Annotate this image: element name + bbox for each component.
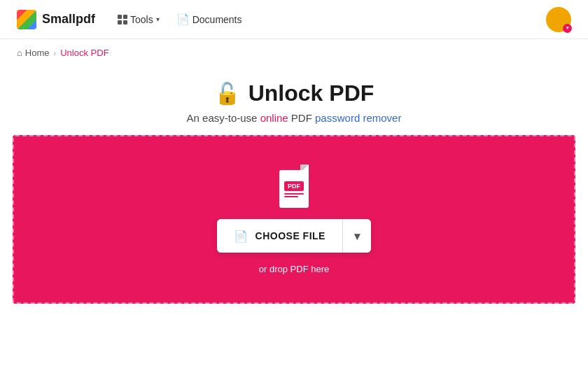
logo-icon (17, 10, 36, 29)
subtitle-prefix: An easy-to-use (187, 112, 260, 124)
logo[interactable]: Smallpdf (17, 10, 95, 29)
pdf-file-icon: PDF (276, 164, 312, 208)
choose-file-btn-group: 📄 CHOOSE FILE ▾ (217, 219, 371, 253)
page-title: Unlock PDF (248, 80, 374, 106)
subtitle-online: online (260, 112, 288, 124)
chevron-down-icon: ▾ (156, 15, 160, 23)
breadcrumb-separator: › (54, 49, 57, 57)
page-title-area: 🔓 Unlock PDF An easy-to-use online PDF p… (0, 66, 588, 135)
avatar-dropdown-icon: ▾ (563, 24, 572, 33)
subtitle-password: password (315, 112, 360, 124)
nav-tools[interactable]: Tools ▾ (118, 14, 160, 25)
unlock-icon: 🔓 (214, 81, 240, 106)
dropzone[interactable]: PDF 📄 CHOOSE FILE ▾ or drop PDF here (13, 135, 575, 304)
avatar[interactable]: ▾ (546, 7, 571, 32)
drop-hint: or drop PDF here (259, 264, 329, 274)
breadcrumb-home-label: Home (25, 48, 50, 58)
pdf-line-2 (284, 196, 298, 197)
choose-file-label: CHOOSE FILE (255, 230, 326, 241)
dropzone-wrapper: PDF 📄 CHOOSE FILE ▾ or drop PDF here (0, 135, 588, 321)
page-subtitle: An easy-to-use online PDF password remov… (0, 112, 588, 124)
pdf-lines (284, 193, 304, 197)
breadcrumb: ⌂ Home › Unlock PDF (0, 39, 588, 66)
breadcrumb-home-link[interactable]: ⌂ Home (17, 48, 50, 58)
document-icon: 📄 (176, 13, 190, 26)
choose-file-dropdown-button[interactable]: ▾ (343, 219, 371, 253)
page-title-row: 🔓 Unlock PDF (0, 80, 588, 106)
header-left: Smallpdf Tools ▾ 📄 Documents (17, 10, 242, 29)
subtitle-middle: PDF (288, 112, 315, 124)
breadcrumb-current-page: Unlock PDF (60, 48, 108, 58)
nav-documents-label: Documents (192, 14, 242, 25)
pdf-line-1 (284, 193, 304, 195)
pdf-file-body: PDF (279, 170, 309, 208)
nav-documents[interactable]: 📄 Documents (176, 13, 242, 26)
home-icon: ⌂ (17, 48, 22, 58)
choose-file-button[interactable]: 📄 CHOOSE FILE (217, 219, 342, 253)
logo-text: Smallpdf (42, 12, 95, 27)
grid-icon (118, 15, 127, 24)
main-nav: Tools ▾ 📄 Documents (118, 13, 242, 26)
header: Smallpdf Tools ▾ 📄 Documents ▾ (0, 0, 588, 39)
dropdown-chevron-icon: ▾ (354, 230, 360, 243)
nav-tools-label: Tools (130, 14, 153, 25)
header-right: ▾ (546, 7, 571, 32)
file-icon: 📄 (234, 230, 248, 243)
subtitle-remover: remover (360, 112, 401, 124)
pdf-label: PDF (284, 181, 304, 191)
